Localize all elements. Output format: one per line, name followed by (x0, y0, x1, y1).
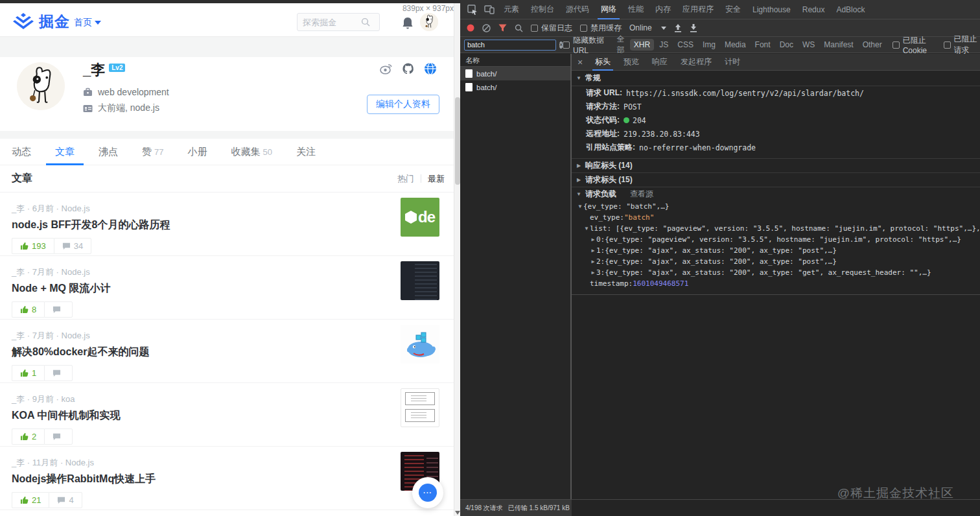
devtools-tab-network[interactable]: 网络 (595, 0, 622, 19)
comment-button[interactable]: 34 (54, 238, 91, 254)
comment-button[interactable]: 4 (49, 492, 82, 508)
disable-cache-checkbox[interactable]: 禁用缓存 (580, 23, 622, 34)
inspect-element-icon[interactable] (464, 1, 481, 18)
user-avatar-mini[interactable] (420, 13, 438, 31)
like-button[interactable]: 193 (12, 238, 54, 254)
search-input[interactable] (303, 18, 361, 27)
sort-hot[interactable]: 热门 (397, 173, 414, 185)
article-title[interactable]: node.js BFF开发8个月的心路历程 (12, 218, 395, 232)
request-row[interactable]: batch/ (460, 80, 570, 94)
article-row[interactable]: _李 · 6月前 · Node.js node.js BFF开发8个月的心路历程… (0, 193, 460, 256)
tab-shoucangji[interactable]: 收藏集50 (231, 139, 272, 165)
article-title[interactable]: Node + MQ 限流小计 (12, 282, 395, 296)
import-har-icon[interactable] (674, 24, 682, 32)
filter-type-xhr[interactable]: XHR (630, 39, 654, 51)
devtools-tab-memory[interactable]: 内存 (649, 0, 677, 19)
preserve-log-checkbox[interactable]: 保留日志 (531, 23, 572, 34)
tab-xiaoce[interactable]: 小册 (187, 139, 207, 165)
filter-input[interactable] (467, 41, 559, 49)
nav-home[interactable]: 首页 (74, 17, 101, 29)
edit-profile-button[interactable]: 编辑个人资料 (367, 95, 439, 114)
detail-tab-preview[interactable]: 预览 (617, 54, 646, 71)
tab-guanzhu[interactable]: 关注 (296, 139, 316, 165)
article-row[interactable]: _李 · 7月前 · Node.js Node + MQ 限流小计 8 (0, 256, 460, 320)
request-headers-section[interactable]: ▶ 请求标头 (15) (572, 172, 980, 187)
devtools-tab-console[interactable]: 控制台 (525, 0, 560, 19)
weibo-icon[interactable] (380, 63, 393, 75)
page-scrollbar[interactable] (454, 3, 460, 516)
detail-tab-timing[interactable]: 计时 (718, 54, 747, 71)
request-payload-section[interactable]: ▼ 请求负载 查看源 (572, 187, 980, 201)
article-row[interactable]: _李 · 7月前 · Node.js 解决80%docker起不来的问题 1 (0, 320, 460, 383)
detail-tab-initiator[interactable]: 发起程序 (674, 54, 718, 71)
device-toolbar-icon[interactable] (481, 1, 498, 18)
article-title[interactable]: KOA 中间件机制和实现 (12, 409, 395, 423)
view-source-link[interactable]: 查看源 (630, 189, 653, 200)
globe-icon[interactable] (424, 62, 437, 75)
filter-type-other[interactable]: Other (859, 39, 886, 51)
detail-tab-response[interactable]: 响应 (646, 54, 674, 71)
article-row[interactable]: _李 · 9月前 · koa KOA 中间件机制和实现 2 (0, 383, 460, 447)
search-requests-icon[interactable] (515, 24, 523, 32)
comment-button[interactable] (44, 365, 73, 381)
article-title[interactable]: Nodejs操作RabbitMq快速上手 (12, 473, 395, 486)
github-icon[interactable] (402, 62, 415, 75)
filter-type-manifest[interactable]: Manifest (820, 39, 857, 51)
filter-type-doc[interactable]: Doc (776, 39, 797, 51)
filter-type-media[interactable]: Media (721, 39, 750, 51)
devtools-tab-performance[interactable]: 性能 (622, 0, 649, 19)
scrollbar-down-arrow[interactable] (455, 511, 460, 515)
devtools-tab-lighthouse[interactable]: Lighthouse (747, 0, 797, 19)
record-button[interactable] (467, 24, 474, 32)
request-row[interactable]: batch/ (460, 67, 570, 80)
export-har-icon[interactable] (690, 24, 697, 32)
sort-new[interactable]: 最新 (428, 173, 445, 185)
tab-zan[interactable]: 赞77 (142, 139, 163, 165)
search-icon[interactable] (361, 18, 370, 27)
devtools-tab-redux[interactable]: Redux (797, 0, 831, 19)
filter-funnel-icon[interactable] (498, 24, 507, 32)
like-button[interactable]: 8 (12, 301, 44, 318)
payload-list-item[interactable]: ▶0: {ev_type: "pageview", version: "3.5.… (572, 234, 980, 245)
payload-list-item[interactable]: ▶2: {ev_type: "ajax", ax_status: "200", … (572, 256, 980, 267)
request-list-name-header[interactable]: 名称 (460, 54, 570, 67)
juejin-logo[interactable]: 掘金 (13, 12, 70, 32)
tab-dongtai[interactable]: 动态 (12, 139, 31, 165)
detail-tab-headers[interactable]: 标头 (589, 54, 617, 71)
like-button[interactable]: 2 (12, 428, 44, 445)
profile-avatar[interactable] (17, 62, 65, 110)
tab-feidian[interactable]: 沸点 (99, 139, 118, 165)
filter-type-img[interactable]: Img (699, 39, 719, 51)
payload-list-item[interactable]: ▶3: {ev_type: "ajax", ax_status: "200", … (572, 267, 980, 278)
payload-list[interactable]: ▼list: [{ev_type: "pageview", version: "… (572, 223, 980, 234)
comment-button[interactable] (44, 301, 73, 318)
article-title[interactable]: 解决80%docker起不来的问题 (12, 346, 395, 359)
devtools-tab-application[interactable]: 应用程序 (677, 0, 719, 19)
throttling-select[interactable]: Online (629, 23, 666, 32)
devtools-tab-security[interactable]: 安全 (719, 0, 747, 19)
filter-type-font[interactable]: Font (751, 39, 775, 51)
article-row[interactable]: _李 · 11月前 · Node.js Nodejs操作RabbitMq快速上手… (0, 447, 460, 510)
blocked-cookies-checkbox[interactable]: 已阻止 Cookie (892, 35, 937, 55)
filter-type-css[interactable]: CSS (673, 39, 697, 51)
like-button[interactable]: 1 (12, 365, 44, 381)
payload-root[interactable]: ▼{ev_type: "batch",…} (572, 201, 980, 212)
general-section-header[interactable]: ▼ 常规 (572, 71, 980, 86)
clear-button[interactable] (482, 24, 491, 32)
payload-list-item[interactable]: ▶1: {ev_type: "ajax", ax_status: "200", … (572, 245, 980, 256)
feedback-chat-button[interactable]: ··· (412, 477, 443, 508)
devtools-tab-adblock[interactable]: AdBlock (830, 0, 870, 19)
scrollbar-thumb[interactable] (455, 97, 460, 185)
devtools-tab-sources[interactable]: 源代码 (560, 0, 595, 19)
close-icon[interactable]: × (572, 57, 589, 67)
filter-type-ws[interactable]: WS (799, 39, 819, 51)
tab-wenzhang[interactable]: 文章 (55, 139, 75, 165)
filter-type-js[interactable]: JS (655, 39, 672, 51)
blocked-requests-checkbox[interactable]: 已阻止请求 (944, 34, 980, 56)
hide-data-urls-checkbox[interactable]: 隐藏数据 URL (563, 35, 607, 55)
like-button[interactable]: 21 (12, 492, 49, 508)
response-headers-section[interactable]: ▶ 响应标头 (14) (572, 158, 980, 172)
devtools-tab-elements[interactable]: 元素 (498, 0, 525, 19)
comment-button[interactable] (44, 428, 73, 445)
notifications-bell-icon[interactable] (401, 16, 414, 30)
